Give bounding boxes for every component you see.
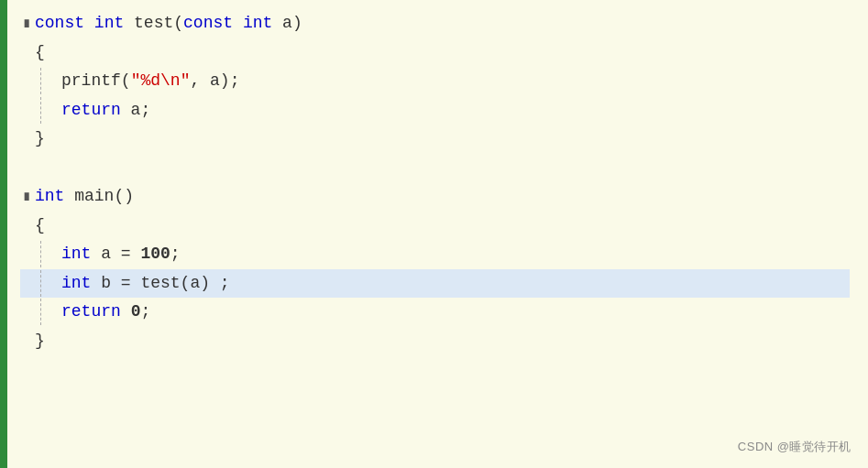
code-line-12: } (20, 327, 850, 356)
code-line-2: { (20, 38, 850, 68)
keyword-const-1: const int test(const int a) (35, 9, 302, 38)
watermark: CSDN @睡觉待开机 (738, 439, 852, 455)
code-line-11: return 0; (20, 298, 850, 327)
green-bar (0, 0, 7, 468)
collapse-icon-2[interactable]: ∎ (20, 186, 33, 209)
int-b-line: int b = test(a) ; (61, 269, 230, 299)
printf-line: printf("%d\n", a); (61, 67, 239, 96)
return-0-line: return 0; (61, 298, 150, 327)
code-line-9: int a = 100; (20, 240, 850, 269)
code-line-7: ∎ int main() (20, 182, 850, 212)
main-signature: int main() (35, 182, 134, 212)
code-line-1: ∎ const int test(const int a) (20, 9, 850, 38)
code-area: ∎ const int test(const int a) { printf("… (7, 0, 868, 468)
code-line-8: { (20, 212, 850, 241)
code-line-5: } (20, 125, 850, 154)
code-line-4: return a; (20, 96, 850, 125)
brace-open-1: { (35, 38, 45, 68)
code-line-10: int b = test(a) ; (20, 269, 850, 299)
brace-close-2: } (35, 327, 45, 356)
int-a-line: int a = 100; (61, 240, 181, 269)
editor-container: ∎ const int test(const int a) { printf("… (0, 0, 868, 468)
collapse-icon-1[interactable]: ∎ (20, 13, 33, 36)
blank-line-1 (20, 154, 850, 183)
brace-open-2: { (35, 212, 45, 241)
code-line-3: printf("%d\n", a); (20, 67, 850, 96)
brace-close-1: } (35, 125, 45, 154)
return-a-line: return a; (61, 96, 150, 125)
